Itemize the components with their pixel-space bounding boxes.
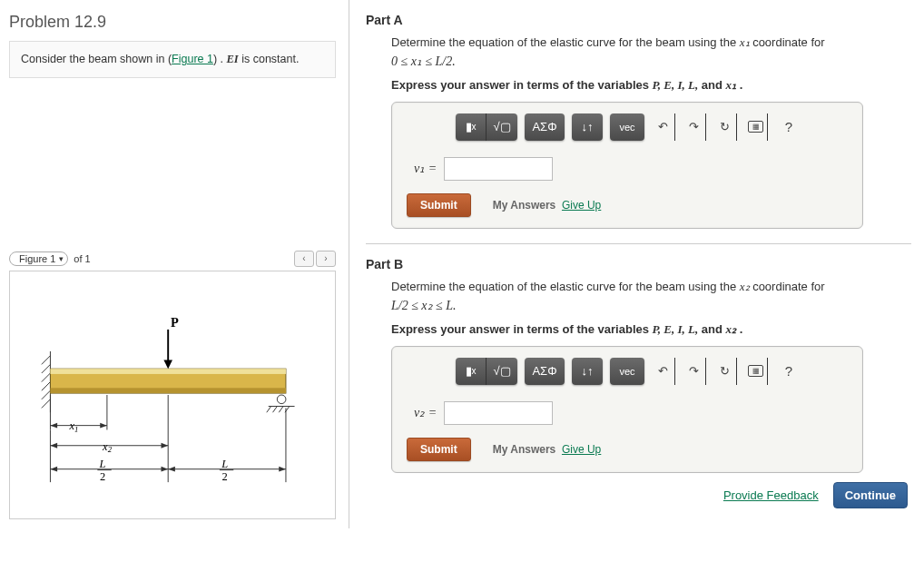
part-a: Part A Determine the equation of the ela… (366, 13, 911, 229)
ei-symbol: EI (227, 53, 239, 65)
svg-line-4 (42, 381, 51, 390)
part-b-eq-lhs: v₂ = (414, 405, 437, 420)
figure-link[interactable]: Figure 1 (172, 53, 213, 65)
part-b-title: Part B (366, 257, 911, 271)
svg-point-13 (277, 395, 286, 404)
greek-button[interactable]: ΑΣΦ (525, 113, 565, 141)
greek-button[interactable]: ΑΣΦ (525, 358, 565, 385)
equation-toolbar-a: ▮x √▢ ΑΣΦ ↓↑ vec ↶ ↷ (407, 113, 848, 141)
svg-line-2 (42, 364, 51, 373)
svg-line-1 (42, 356, 51, 365)
svg-marker-40 (279, 467, 286, 472)
part-a-answer-box: ▮x √▢ ΑΣΦ ↓↑ vec ↶ ↷ (391, 102, 863, 229)
svg-line-15 (267, 406, 271, 412)
svg-line-3 (42, 373, 51, 382)
problem-title: Problem 12.9 (9, 13, 336, 32)
equation-toolbar-b: ▮x √▢ ΑΣΦ ↓↑ vec ↶ ↷ (407, 358, 848, 385)
continue-button[interactable]: Continue (833, 482, 908, 508)
vec-button[interactable]: vec (610, 113, 644, 141)
dropdown-icon: ▾ (59, 254, 64, 263)
svg-marker-27 (50, 443, 57, 449)
svg-marker-39 (168, 467, 175, 472)
keyboard-icon: ▦ (748, 121, 763, 133)
template-button[interactable]: ▮x (456, 358, 487, 385)
template-button[interactable]: ▮x (456, 113, 487, 141)
help-button[interactable]: ? (779, 117, 799, 137)
figure-select-label: Figure 1 (19, 253, 55, 264)
svg-marker-33 (162, 467, 169, 472)
svg-text:L: L (221, 458, 228, 470)
svg-line-16 (273, 406, 278, 412)
keyboard-icon: ▦ (748, 365, 763, 377)
svg-marker-11 (163, 360, 172, 369)
problem-prompt: Consider the beam shown in (Figure 1) . … (9, 41, 336, 78)
figure-of-text: of 1 (74, 253, 90, 264)
part-a-submit-button[interactable]: Submit (407, 193, 471, 217)
svg-text:P: P (171, 315, 179, 330)
part-b-desc: Determine the equation of the elastic cu… (391, 279, 911, 296)
svg-text:L: L (99, 458, 106, 470)
part-a-answer-input[interactable] (444, 157, 553, 181)
keyboard-button[interactable]: ▦ (744, 113, 768, 141)
svg-rect-8 (50, 369, 286, 374)
vec-button[interactable]: vec (610, 358, 644, 385)
sqrt-button[interactable]: √▢ (487, 358, 517, 385)
footer: Provide Feedback Continue (366, 482, 911, 508)
undo-button[interactable]: ↶ (652, 358, 675, 385)
svg-text:x1: x1 (69, 419, 79, 434)
prompt-text-3: is constant. (239, 53, 300, 65)
part-b-submit-button[interactable]: Submit (407, 438, 471, 461)
svg-text:2: 2 (222, 470, 228, 483)
provide-feedback-link[interactable]: Provide Feedback (723, 488, 819, 502)
reset-button[interactable]: ↻ (713, 358, 737, 385)
svg-text:2: 2 (100, 470, 105, 483)
my-answers-label-b: My Answers (493, 443, 556, 456)
template-icon: ▮ (466, 364, 472, 378)
svg-marker-23 (100, 423, 107, 429)
part-a-hint: Express your answer in terms of the vari… (391, 78, 911, 93)
redo-button[interactable]: ↷ (683, 113, 706, 141)
undo-button[interactable]: ↶ (652, 113, 675, 141)
redo-button[interactable]: ↷ (683, 358, 706, 385)
my-answers-label-a: My Answers (493, 199, 556, 212)
part-a-desc: Determine the equation of the elastic cu… (391, 35, 911, 52)
beam-diagram: P x1 (15, 277, 329, 513)
svg-line-5 (42, 390, 51, 399)
svg-line-17 (279, 406, 283, 412)
divider (366, 243, 911, 244)
svg-marker-32 (50, 467, 57, 472)
part-b-answer-box: ▮x √▢ ΑΣΦ ↓↑ vec ↶ ↷ (391, 346, 863, 473)
part-b-range: L/2 ≤ x₂ ≤ L. (391, 298, 911, 313)
svg-line-6 (42, 399, 51, 409)
give-up-link-b[interactable]: Give Up (562, 443, 601, 456)
svg-marker-22 (50, 423, 57, 429)
part-a-eq-lhs: v₁ = (414, 161, 437, 176)
figure-next-button[interactable]: › (316, 251, 336, 267)
prompt-text-2: ) . (213, 53, 227, 65)
svg-marker-28 (162, 443, 169, 449)
sqrt-button[interactable]: √▢ (487, 113, 517, 141)
part-a-range: 0 ≤ x₁ ≤ L/2. (391, 54, 911, 69)
figure-panel: P x1 (9, 271, 336, 519)
figure-selector-bar: Figure 1 ▾ of 1 ‹ › (9, 251, 336, 267)
svg-rect-9 (50, 388, 286, 393)
part-b-hint: Express your answer in terms of the vari… (391, 322, 911, 337)
figure-prev-button[interactable]: ‹ (294, 251, 314, 267)
figure-select[interactable]: Figure 1 ▾ (9, 251, 68, 266)
part-b: Part B Determine the equation of the ela… (366, 257, 911, 473)
subscript-button[interactable]: ↓↑ (572, 113, 603, 141)
part-a-title: Part A (366, 13, 911, 27)
svg-text:x2: x2 (102, 439, 113, 454)
part-b-answer-input[interactable] (444, 401, 553, 425)
prompt-text-1: Consider the beam shown in ( (21, 53, 172, 65)
template-icon: ▮ (466, 120, 472, 133)
give-up-link-a[interactable]: Give Up (562, 199, 601, 212)
subscript-button[interactable]: ↓↑ (572, 358, 603, 385)
help-button[interactable]: ? (779, 361, 799, 381)
keyboard-button[interactable]: ▦ (744, 358, 768, 385)
reset-button[interactable]: ↻ (713, 113, 737, 141)
